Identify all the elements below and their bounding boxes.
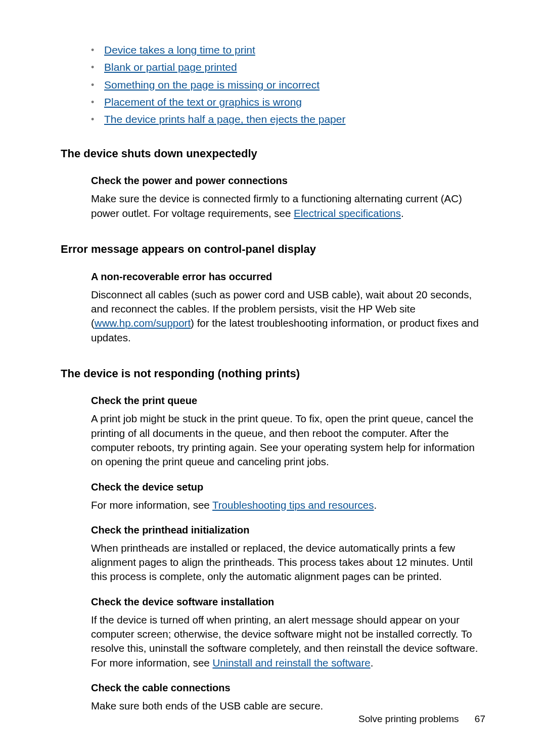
paragraph: Make sure the device is connected firmly… bbox=[91, 192, 485, 220]
section-heading-not-responding: The device is not responding (nothing pr… bbox=[61, 366, 485, 381]
list-item: Something on the page is missing or inco… bbox=[91, 78, 485, 92]
troubleshooting-link[interactable]: Troubleshooting tips and resources bbox=[212, 499, 374, 511]
topic-link[interactable]: Blank or partial page printed bbox=[104, 61, 237, 73]
text: For more information, see bbox=[91, 499, 212, 511]
list-item: The device prints half a page, then ejec… bbox=[91, 112, 485, 126]
paragraph: For more information, see Troubleshootin… bbox=[91, 498, 485, 512]
topic-link[interactable]: Placement of the text or graphics is wro… bbox=[104, 96, 302, 108]
footer-title: Solve printing problems bbox=[358, 714, 459, 724]
list-item: Blank or partial page printed bbox=[91, 60, 485, 74]
topic-link[interactable]: Something on the page is missing or inco… bbox=[104, 79, 320, 91]
section-body: Check the power and power connections Ma… bbox=[91, 174, 485, 220]
subheading-print-queue: Check the print queue bbox=[91, 394, 485, 408]
topic-link[interactable]: The device prints half a page, then ejec… bbox=[104, 113, 345, 125]
subheading-device-setup: Check the device setup bbox=[91, 480, 485, 494]
subheading-nonrecoverable: A non-recoverable error has occurred bbox=[91, 270, 485, 284]
paragraph: When printheads are installed or replace… bbox=[91, 541, 485, 584]
subheading-cable-connections: Check the cable connections bbox=[91, 681, 485, 695]
list-item: Placement of the text or graphics is wro… bbox=[91, 95, 485, 109]
paragraph: A print job might be stuck in the print … bbox=[91, 412, 485, 469]
paragraph: If the device is turned off when printin… bbox=[91, 613, 485, 670]
page-footer: Solve printing problems 67 bbox=[358, 713, 485, 726]
section-heading-error: Error message appears on control-panel d… bbox=[61, 242, 485, 257]
text: . bbox=[371, 657, 374, 669]
text: . bbox=[374, 499, 377, 511]
section-body: Check the print queue A print job might … bbox=[91, 394, 485, 713]
electrical-specs-link[interactable]: Electrical specifications bbox=[294, 207, 401, 219]
page-content: Device takes a long time to print Blank … bbox=[0, 0, 546, 713]
text: Make sure the device is connected firmly… bbox=[91, 193, 462, 218]
paragraph: Disconnect all cables (such as power cor… bbox=[91, 288, 485, 345]
subheading-software-install: Check the device software installation bbox=[91, 595, 485, 609]
subheading-printhead-init: Check the printhead initialization bbox=[91, 523, 485, 537]
text: . bbox=[401, 207, 404, 219]
topic-link-list: Device takes a long time to print Blank … bbox=[91, 43, 485, 127]
subheading-power: Check the power and power connections bbox=[91, 174, 485, 188]
page-number: 67 bbox=[475, 714, 485, 724]
section-heading-shutdown: The device shuts down unexpectedly bbox=[61, 146, 485, 161]
topic-link[interactable]: Device takes a long time to print bbox=[104, 44, 255, 56]
hp-support-link[interactable]: www.hp.com/support bbox=[95, 317, 191, 329]
uninstall-reinstall-link[interactable]: Uninstall and reinstall the software bbox=[212, 657, 370, 669]
list-item: Device takes a long time to print bbox=[91, 43, 485, 57]
section-body: A non-recoverable error has occurred Dis… bbox=[91, 270, 485, 345]
paragraph: Make sure both ends of the USB cable are… bbox=[91, 699, 485, 713]
